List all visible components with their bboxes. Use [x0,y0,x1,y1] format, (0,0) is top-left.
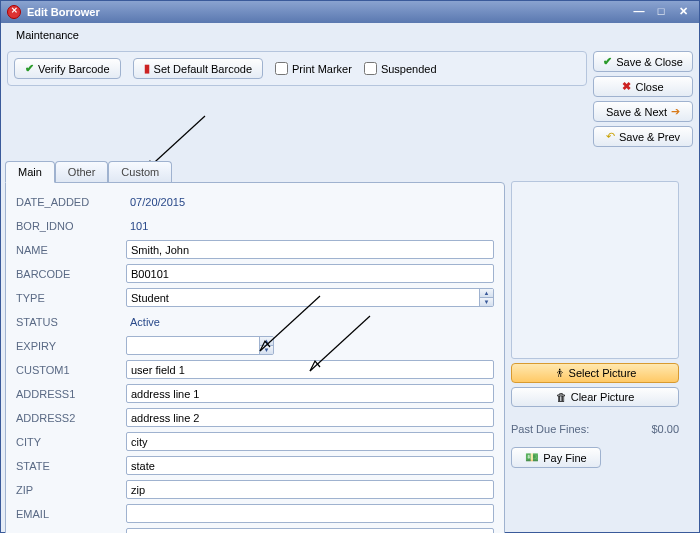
value-bor-idno: 101 [126,220,148,232]
label-zip: ZIP [16,484,126,496]
check-icon: ✔ [603,55,612,68]
tab-body-main: DATE_ADDED 07/20/2015 BOR_IDNO 101 NAME … [5,182,505,533]
close-icon: ✖ [622,80,631,93]
label-name: NAME [16,244,126,256]
past-due-fines: Past Due Fines: $0.00 [511,423,679,435]
save-next-label: Save & Next [606,106,667,118]
menu-maintenance[interactable]: Maintenance [5,25,90,45]
money-icon: 💵 [525,451,539,464]
label-status: STATUS [16,316,126,328]
expiry-spinner[interactable]: ▲▼ [259,337,273,354]
label-city: CITY [16,436,126,448]
side-panel: 🛉 Select Picture 🗑 Clear Picture Past Du… [511,161,695,533]
suspended-label: Suspended [381,63,437,75]
save-next-button[interactable]: Save & Next ➔ [593,101,693,122]
pay-fine-button[interactable]: 💵 Pay Fine [511,447,601,468]
clear-picture-label: Clear Picture [571,391,635,403]
input-address2[interactable] [126,408,494,427]
tab-main[interactable]: Main [5,161,55,183]
input-email[interactable] [126,504,494,523]
suspended-input[interactable] [364,62,377,75]
app-icon [7,5,21,19]
label-bor-idno: BOR_IDNO [16,220,126,232]
input-expiry[interactable] [126,336,274,355]
select-picture-button[interactable]: 🛉 Select Picture [511,363,679,383]
value-status: Active [126,316,160,328]
input-address1[interactable] [126,384,494,403]
menubar: Maintenance [5,27,695,47]
label-email: EMAIL [16,508,126,520]
label-date-added: DATE_ADDED [16,196,126,208]
input-type[interactable] [126,288,494,307]
window-controls: — □ ✕ [629,5,693,19]
label-custom1: CUSTOM1 [16,364,126,376]
set-default-barcode-label: Set Default Barcode [154,63,252,75]
label-address1: ADDRESS1 [16,388,126,400]
input-phone[interactable] [126,528,494,533]
print-marker-label: Print Marker [292,63,352,75]
toolbar: ✔ Verify Barcode ▮ Set Default Barcode P… [5,47,695,155]
next-icon: ➔ [671,105,680,118]
right-button-column: ✔ Save & Close ✖ Close Save & Next ➔ ↶ S… [593,51,693,147]
maximize-button[interactable]: □ [651,5,671,19]
save-prev-label: Save & Prev [619,131,680,143]
tab-strip: Main Other Custom [5,161,505,182]
prev-icon: ↶ [606,130,615,143]
suspended-checkbox[interactable]: Suspended [364,62,437,75]
pay-fine-label: Pay Fine [543,452,586,464]
print-marker-input[interactable] [275,62,288,75]
type-spinner[interactable]: ▲▼ [479,289,493,306]
input-state[interactable] [126,456,494,475]
value-date-added: 07/20/2015 [126,196,185,208]
verify-barcode-button[interactable]: ✔ Verify Barcode [14,58,121,79]
minimize-button[interactable]: — [629,5,649,19]
action-bar: ✔ Verify Barcode ▮ Set Default Barcode P… [7,51,587,86]
past-due-fines-label: Past Due Fines: [511,423,589,435]
label-expiry: EXPIRY [16,340,126,352]
past-due-fines-value: $0.00 [651,423,679,435]
save-close-button[interactable]: ✔ Save & Close [593,51,693,72]
close-window-button[interactable]: ✕ [673,5,693,19]
check-icon: ✔ [25,62,34,75]
input-barcode[interactable] [126,264,494,283]
input-zip[interactable] [126,480,494,499]
window: Edit Borrower — □ ✕ Maintenance ✔ Verify… [0,0,700,533]
titlebar: Edit Borrower — □ ✕ [1,1,699,23]
input-custom1[interactable] [126,360,494,379]
picture-box [511,181,679,359]
form-panel: Main Other Custom DATE_ADDED 07/20/2015 … [5,161,505,533]
label-state: STATE [16,460,126,472]
save-close-label: Save & Close [616,56,683,68]
tab-other[interactable]: Other [55,161,109,182]
verify-barcode-label: Verify Barcode [38,63,110,75]
input-name[interactable] [126,240,494,259]
clear-picture-button[interactable]: 🗑 Clear Picture [511,387,679,407]
label-address2: ADDRESS2 [16,412,126,424]
select-picture-label: Select Picture [569,367,637,379]
label-type: TYPE [16,292,126,304]
trash-icon: 🗑 [556,391,567,403]
print-marker-checkbox[interactable]: Print Marker [275,62,352,75]
main-area: Main Other Custom DATE_ADDED 07/20/2015 … [5,161,695,533]
person-icon: 🛉 [554,367,565,379]
input-city[interactable] [126,432,494,451]
save-prev-button[interactable]: ↶ Save & Prev [593,126,693,147]
tab-custom[interactable]: Custom [108,161,172,182]
barcode-icon: ▮ [144,62,150,75]
content: Maintenance ✔ Verify Barcode ▮ Set Defau… [1,23,699,532]
window-title: Edit Borrower [27,6,100,18]
close-button[interactable]: ✖ Close [593,76,693,97]
set-default-barcode-button[interactable]: ▮ Set Default Barcode [133,58,263,79]
close-label: Close [635,81,663,93]
label-barcode: BARCODE [16,268,126,280]
